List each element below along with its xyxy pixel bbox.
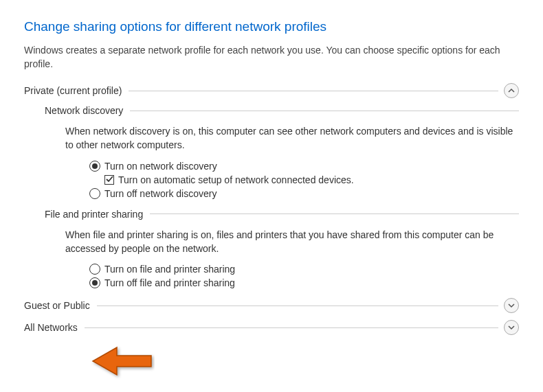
expand-all-networks-button[interactable] — [504, 320, 519, 335]
divider — [97, 305, 498, 306]
divider — [85, 327, 498, 328]
section-guest-label: Guest or Public — [24, 300, 90, 311]
radio-label: Turn off file and printer sharing — [104, 277, 235, 288]
radio-label: Turn off network discovery — [104, 188, 217, 199]
page-title: Change sharing options for different net… — [24, 19, 519, 34]
collapse-private-button[interactable] — [504, 83, 519, 98]
divider — [130, 111, 519, 111]
radio-label: Turn on network discovery — [104, 161, 217, 172]
file-printer-description: When file and printer sharing is on, fil… — [65, 228, 519, 256]
radio-checked-icon — [89, 277, 100, 288]
divider — [129, 91, 498, 91]
chevron-down-icon — [508, 322, 515, 333]
annotation-arrow-icon — [89, 345, 155, 382]
radio-unchecked-icon — [89, 188, 100, 199]
radio-network-discovery-off[interactable]: Turn off network discovery — [89, 188, 519, 199]
page-description: Windows creates a separate network profi… — [24, 44, 519, 71]
chevron-down-icon — [508, 300, 515, 311]
section-all-networks-label: All Networks — [24, 322, 78, 333]
network-discovery-header: Network discovery — [45, 105, 519, 116]
checkbox-label: Turn on automatic setup of network conne… — [118, 174, 354, 185]
section-private-header[interactable]: Private (current profile) — [24, 83, 519, 98]
network-discovery-label: Network discovery — [45, 105, 123, 116]
file-printer-label: File and printer sharing — [45, 209, 143, 220]
radio-label: Turn on file and printer sharing — [104, 264, 235, 275]
section-all-networks-header[interactable]: All Networks — [24, 320, 519, 335]
checkbox-auto-setup[interactable]: Turn on automatic setup of network conne… — [104, 174, 519, 185]
network-discovery-description: When network discovery is on, this compu… — [65, 124, 519, 152]
expand-guest-button[interactable] — [504, 298, 519, 313]
chevron-up-icon — [508, 85, 515, 96]
radio-network-discovery-on[interactable]: Turn on network discovery — [89, 161, 519, 172]
radio-file-sharing-off[interactable]: Turn off file and printer sharing — [89, 277, 519, 288]
divider — [150, 214, 519, 214]
section-guest-header[interactable]: Guest or Public — [24, 298, 519, 313]
radio-checked-icon — [89, 161, 100, 172]
section-private-label: Private (current profile) — [24, 85, 122, 96]
checkbox-checked-icon — [104, 175, 114, 185]
radio-unchecked-icon — [89, 264, 100, 275]
radio-file-sharing-on[interactable]: Turn on file and printer sharing — [89, 264, 519, 275]
file-printer-header: File and printer sharing — [45, 209, 519, 220]
